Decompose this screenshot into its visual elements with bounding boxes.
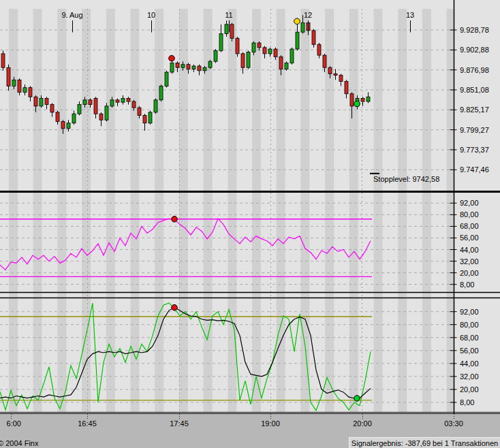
candle-body [285, 63, 288, 69]
candle-body [366, 97, 370, 101]
candle-body [154, 100, 157, 112]
y-axis-tick-label: 80,00 [460, 210, 479, 219]
y-axis-tick-label: 9.825,17 [460, 106, 489, 114]
candle-body [56, 112, 59, 122]
session-stripe [300, 9, 309, 412]
session-stripe [82, 9, 91, 412]
session-stripe [349, 9, 358, 412]
candle-body [257, 43, 261, 48]
y-axis-tick-label: 32,00 [460, 257, 479, 266]
candle-body [219, 33, 223, 50]
y-axis-tick-label: 92,00 [460, 199, 479, 207]
copyright-label: © 2004 Finx [0, 439, 38, 447]
y-axis-tick-label: 9.773,37 [460, 146, 489, 154]
date-axis-label: 13 [406, 11, 414, 19]
session-stripe [252, 9, 261, 412]
y-axis-tick-label: 56,00 [460, 234, 479, 242]
candle-body [99, 114, 103, 120]
yellow-signal-marker [294, 18, 300, 25]
candle-body [301, 23, 304, 33]
stop-level-label: Stopplevel: 9742,58 [373, 175, 439, 183]
red-signal-marker [172, 304, 178, 310]
y-axis-tick-label: 92,00 [460, 308, 479, 316]
session-stripe [374, 9, 383, 412]
y-axis-tick-label: 9.876,98 [460, 66, 489, 74]
finx-chart-window: 9.928,789.902,889.876,989.851,089.825,17… [0, 0, 500, 448]
chart-canvas[interactable]: 9.928,789.902,889.876,989.851,089.825,17… [0, 0, 500, 448]
date-axis-label: 9. Aug [61, 11, 82, 19]
candle-body [7, 67, 10, 86]
candle-body [1, 54, 5, 67]
candle-body [323, 55, 326, 67]
candle-body [208, 61, 212, 67]
time-axis-label: 19:00 [261, 419, 280, 428]
y-axis-tick-label: 9.902,88 [460, 46, 489, 54]
session-stripe [57, 9, 66, 412]
candle-body [116, 100, 119, 102]
candle-body [187, 65, 190, 69]
candle-body [339, 76, 343, 82]
candle-body [241, 54, 245, 67]
y-axis-tick-label: 9.851,08 [460, 86, 489, 94]
candle-body [149, 112, 152, 123]
candle-body [132, 101, 136, 108]
candle-body [263, 48, 266, 54]
y-axis-tick-label: 68,00 [460, 334, 479, 342]
red-signal-marker [172, 216, 178, 222]
candle-body [279, 57, 283, 69]
candle-body [23, 88, 27, 93]
candle-body [127, 99, 130, 102]
candle-body [181, 65, 185, 68]
date-axis-label: 12 [304, 11, 312, 19]
signal-result-box: Signalergebnis: -387,69 bei 1 Transaktio… [349, 437, 500, 448]
session-stripe [155, 9, 163, 412]
candle-body [18, 80, 21, 92]
candle-body [45, 99, 48, 105]
chart-area[interactable]: 9.928,789.902,889.876,989.851,089.825,17… [0, 0, 500, 448]
y-axis-tick-label: 80,00 [460, 321, 479, 329]
y-axis-tick-label: 20,00 [460, 269, 479, 277]
candle-body [361, 99, 364, 102]
y-axis-tick-label: 8,00 [460, 398, 474, 406]
candle-body [110, 100, 114, 106]
candle-body [274, 49, 277, 57]
candle-body [296, 32, 299, 49]
candle-body [350, 94, 354, 106]
green-signal-marker [354, 101, 360, 107]
candle-body [192, 66, 196, 69]
candle-body [61, 121, 65, 128]
date-axis-label: 10 [147, 11, 155, 19]
time-axis-label: 6:00 [7, 419, 21, 428]
candle-body [334, 74, 337, 75]
y-axis-tick-label: 9.799,27 [460, 126, 489, 134]
y-axis-tick-label: 44,00 [460, 246, 479, 254]
candle-body [170, 63, 174, 72]
session-stripe [447, 9, 454, 412]
time-axis-label: 20:00 [353, 419, 372, 428]
panel-separator [0, 191, 500, 193]
candle-body [312, 31, 315, 44]
candle-body [247, 52, 250, 68]
y-axis-tick-label: 9.747,46 [460, 165, 489, 174]
candle-body [34, 97, 37, 106]
candle-body [94, 99, 97, 114]
date-axis-label: 11 [225, 11, 232, 19]
candle-body [29, 88, 32, 97]
candle-body [328, 67, 332, 74]
candle-body [203, 67, 206, 71]
y-axis-tick-label: 32,00 [460, 372, 479, 381]
candle-body [317, 44, 321, 55]
red-signal-marker [169, 55, 175, 61]
y-axis-tick-label: 56,00 [460, 347, 479, 355]
candle-body [290, 49, 294, 63]
green-signal-marker [354, 396, 360, 402]
candle-body [50, 105, 54, 112]
candle-body [198, 66, 201, 71]
y-axis-tick-label: 9.928,78 [460, 26, 489, 34]
candle-body [83, 100, 87, 105]
candle-body [268, 49, 272, 54]
time-axis-label: 16:45 [78, 419, 97, 428]
session-stripe [106, 9, 115, 412]
candle-body [230, 25, 234, 38]
candle-body [105, 106, 108, 120]
